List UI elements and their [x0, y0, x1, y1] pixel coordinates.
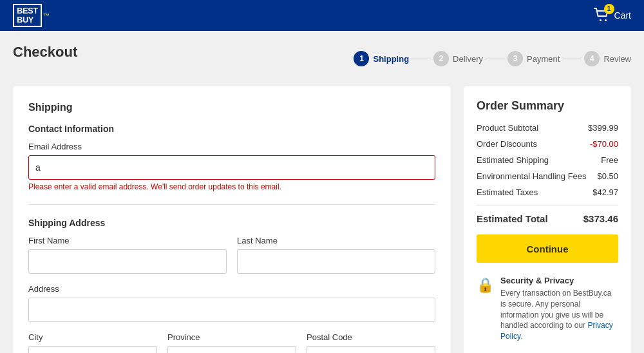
security-text: Security & Privacy Every transaction on …: [500, 276, 618, 342]
cart-badge: 1: [604, 4, 614, 14]
step-1: 1 Shipping: [354, 51, 409, 66]
address-label: Address: [28, 284, 435, 294]
svg-point-1: [605, 19, 607, 21]
shipping-value: Free: [601, 155, 618, 165]
city-label: City: [28, 332, 157, 342]
taxes-value: $42.97: [592, 187, 618, 197]
step-3-label: Payment: [527, 54, 560, 64]
discounts-value: -$70.00: [590, 139, 618, 149]
lock-icon: 🔒: [477, 277, 494, 294]
security-section: 🔒 Security & Privacy Every transaction o…: [477, 276, 618, 342]
step-1-num: 1: [354, 51, 369, 66]
last-name-label: Last Name: [237, 236, 435, 245]
first-name-field: First Name: [28, 236, 227, 274]
first-name-input[interactable]: [28, 249, 227, 274]
province-label: Province: [167, 332, 296, 342]
continue-button[interactable]: Continue: [477, 234, 618, 263]
page: Checkout 1 Shipping 2 Delivery 3 Payment…: [0, 31, 644, 353]
summary-divider: [477, 205, 618, 205]
step-4-label: Review: [603, 54, 631, 64]
page-title: Checkout: [13, 44, 77, 61]
address-field: Address: [28, 284, 435, 322]
checkout-header-row: Checkout 1 Shipping 2 Delivery 3 Payment…: [13, 44, 631, 73]
city-input[interactable]: [28, 346, 157, 353]
postal-input[interactable]: [307, 346, 435, 353]
step-4-num: 4: [584, 51, 600, 66]
shipping-address-section: Shipping Address First Name Last Name Ad…: [28, 218, 435, 353]
stepper: 1 Shipping 2 Delivery 3 Payment 4 Review: [354, 51, 631, 66]
discounts-label: Order Discounts: [477, 139, 537, 149]
shipping-title: Shipping: [28, 102, 435, 113]
order-summary: Order Summary Product Subtotal $399.99 O…: [464, 86, 631, 353]
address-title: Shipping Address: [28, 218, 435, 228]
summary-row-shipping: Estimated Shipping Free: [477, 155, 618, 165]
postal-field: Postal Code: [307, 332, 435, 353]
step-divider-2: [486, 59, 505, 59]
summary-row-env: Environmental Handling Fees $0.50: [477, 171, 618, 181]
security-title: Security & Privacy: [500, 276, 618, 285]
contact-info-title: Contact Information: [28, 124, 435, 134]
env-value: $0.50: [597, 171, 618, 181]
subtotal-label: Product Subtotal: [477, 123, 538, 133]
step-2: 2 Delivery: [433, 51, 483, 66]
cart-button[interactable]: 1 Cart: [594, 8, 631, 24]
contact-info-section: Contact Information Email Address Please…: [28, 124, 435, 191]
city-province-postal-row: City Province Ontario Alberta British Co…: [28, 332, 435, 353]
total-value: $373.46: [583, 213, 618, 224]
total-label: Estimated Total: [477, 213, 548, 224]
step-2-num: 2: [433, 51, 449, 66]
security-body: Every transaction on BestBuy.ca is secur…: [500, 288, 618, 342]
step-3-num: 3: [507, 51, 523, 66]
name-row: First Name Last Name: [28, 236, 435, 274]
step-2-label: Delivery: [453, 54, 483, 64]
logo-tag: ™: [43, 12, 50, 19]
logo[interactable]: BEST BUY ™: [13, 4, 50, 28]
last-name-field: Last Name: [237, 236, 435, 274]
taxes-label: Estimated Taxes: [477, 187, 538, 197]
step-divider-1: [412, 59, 431, 59]
svg-point-0: [600, 19, 601, 21]
city-field: City: [28, 332, 157, 353]
step-divider-3: [562, 59, 582, 59]
divider-1: [28, 204, 435, 205]
summary-row-discounts: Order Discounts -$70.00: [477, 139, 618, 149]
step-1-label: Shipping: [373, 54, 409, 64]
cart-label: Cart: [614, 10, 631, 21]
summary-row-taxes: Estimated Taxes $42.97: [477, 187, 618, 197]
main-panel: Shipping Contact Information Email Addre…: [13, 86, 451, 353]
step-3: 3 Payment: [507, 51, 560, 66]
address-input[interactable]: [28, 298, 435, 322]
email-label: Email Address: [28, 142, 435, 151]
first-name-label: First Name: [28, 236, 227, 245]
last-name-input[interactable]: [237, 249, 435, 274]
province-field: Province Ontario Alberta British Columbi…: [167, 332, 296, 353]
logo-text: BEST BUY: [13, 4, 42, 28]
province-select[interactable]: Ontario Alberta British Columbia Manitob…: [167, 346, 296, 353]
checkout-layout: Shipping Contact Information Email Addre…: [13, 86, 631, 353]
postal-label: Postal Code: [307, 332, 435, 342]
summary-total-row: Estimated Total $373.46: [477, 213, 618, 224]
header: BEST BUY ™ 1 Cart: [0, 0, 644, 31]
step-4: 4 Review: [584, 51, 631, 66]
subtotal-value: $399.99: [588, 123, 618, 133]
env-label: Environmental Handling Fees: [477, 171, 587, 181]
email-input[interactable]: [28, 155, 435, 180]
summary-row-subtotal: Product Subtotal $399.99: [477, 123, 618, 133]
shipping-label: Estimated Shipping: [477, 155, 549, 165]
email-error-msg: Please enter a valid email address. We'l…: [28, 182, 435, 191]
summary-title: Order Summary: [477, 99, 618, 113]
cart-icon-wrap: 1: [594, 8, 611, 24]
